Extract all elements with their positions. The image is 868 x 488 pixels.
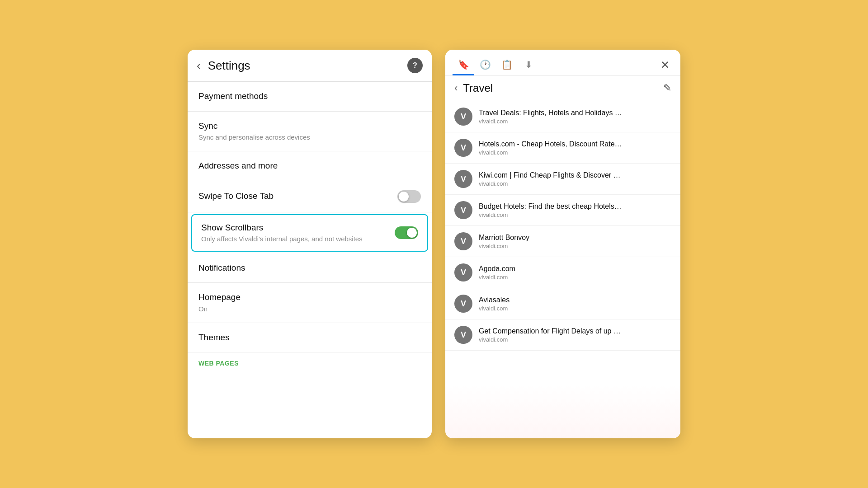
settings-item-sync[interactable]: Sync Sync and personalise across devices	[188, 112, 432, 151]
sync-title: Sync	[198, 121, 421, 132]
bookmark-avatar: V	[454, 201, 472, 219]
bookmark-item-flight-compensation[interactable]: V Get Compensation for Flight Delays of …	[445, 319, 680, 351]
bookmark-avatar: V	[454, 326, 472, 344]
bookmarks-back-button[interactable]: ‹	[454, 82, 458, 94]
settings-title: Settings	[208, 59, 407, 73]
settings-item-show-scrollbars[interactable]: Show Scrollbars Only affects Vivaldi's i…	[191, 214, 428, 252]
bookmark-name: Travel Deals: Flights, Hotels and Holida…	[479, 109, 671, 117]
notifications-title: Notifications	[198, 263, 421, 274]
homepage-title: Homepage	[198, 292, 421, 303]
bookmark-item-kiwi[interactable]: V Kiwi.com | Find Cheap Flights & Discov…	[445, 164, 680, 195]
show-scrollbars-title: Show Scrollbars	[201, 222, 395, 234]
bookmark-url: vivaldi.com	[479, 211, 671, 218]
bookmark-name: Kiwi.com | Find Cheap Flights & Discover…	[479, 171, 671, 179]
payment-methods-title: Payment methods	[198, 91, 421, 102]
settings-item-swipe-to-close[interactable]: Swipe To Close Tab	[188, 181, 432, 212]
bookmarks-folder-title: Travel	[463, 82, 663, 94]
bookmark-avatar: V	[454, 108, 472, 126]
bookmark-url: vivaldi.com	[479, 336, 671, 343]
bookmark-item-marriott[interactable]: V Marriott Bonvoy vivaldi.com	[445, 226, 680, 257]
tab-notes[interactable]: 📋	[496, 56, 518, 75]
bookmarks-panel: 🔖 🕐 📋 ⬇ ✕ ‹ Travel ✎ V Travel Deals: Fli…	[445, 50, 680, 438]
addresses-title: Addresses and more	[198, 160, 421, 172]
bookmark-item-budget-hotels[interactable]: V Budget Hotels: Find the best cheap Hot…	[445, 195, 680, 226]
bookmark-item-aviasales[interactable]: V Aviasales vivaldi.com	[445, 288, 680, 319]
tab-history[interactable]: 🕐	[474, 56, 496, 75]
bookmark-url: vivaldi.com	[479, 118, 671, 125]
settings-list: Payment methods Sync Sync and personalis…	[188, 82, 432, 438]
bookmark-url: vivaldi.com	[479, 243, 671, 249]
settings-item-addresses[interactable]: Addresses and more	[188, 151, 432, 181]
bookmark-url: vivaldi.com	[479, 180, 671, 187]
homepage-subtitle: On	[198, 305, 421, 314]
bookmarks-tabs-bar: 🔖 🕐 📋 ⬇ ✕	[445, 50, 680, 75]
bookmark-avatar: V	[454, 295, 472, 313]
web-pages-section-label: WEB PAGES	[188, 352, 432, 371]
settings-panel: ‹ Settings ? Payment methods Sync Sync a…	[188, 50, 432, 438]
bookmark-name: Budget Hotels: Find the best cheap Hotel…	[479, 202, 671, 211]
settings-item-notifications[interactable]: Notifications	[188, 253, 432, 283]
bookmark-avatar: V	[454, 170, 472, 188]
bookmark-name: Aviasales	[479, 296, 671, 304]
settings-help-button[interactable]: ?	[407, 58, 423, 73]
bookmarks-close-button[interactable]: ✕	[657, 55, 673, 75]
sync-subtitle: Sync and personalise across devices	[198, 133, 421, 142]
show-scrollbars-toggle[interactable]	[395, 226, 418, 239]
settings-back-button[interactable]: ‹	[197, 60, 201, 71]
tab-bookmarks[interactable]: 🔖	[453, 56, 474, 75]
bookmark-name: Get Compensation for Flight Delays of up…	[479, 327, 671, 335]
bookmark-url: vivaldi.com	[479, 305, 671, 312]
bookmark-name: Agoda.com	[479, 265, 671, 273]
bookmarks-list: V Travel Deals: Flights, Hotels and Holi…	[445, 101, 680, 438]
settings-item-homepage[interactable]: Homepage On	[188, 283, 432, 323]
settings-item-payment-methods[interactable]: Payment methods	[188, 82, 432, 112]
bookmark-item-travel-deals[interactable]: V Travel Deals: Flights, Hotels and Holi…	[445, 101, 680, 132]
tab-downloads[interactable]: ⬇	[518, 56, 539, 75]
bookmark-avatar: V	[454, 139, 472, 157]
bookmarks-edit-button[interactable]: ✎	[663, 82, 671, 94]
bookmark-avatar: V	[454, 263, 472, 282]
settings-item-themes[interactable]: Themes	[188, 323, 432, 353]
background: ‹ Settings ? Payment methods Sync Sync a…	[0, 0, 868, 488]
bookmark-name: Hotels.com - Cheap Hotels, Discount Rate…	[479, 140, 671, 148]
bookmark-name: Marriott Bonvoy	[479, 234, 671, 242]
show-scrollbars-subtitle: Only affects Vivaldi's internal pages, a…	[201, 235, 395, 244]
swipe-to-close-title: Swipe To Close Tab	[198, 191, 397, 202]
bookmark-item-hotels-com[interactable]: V Hotels.com - Cheap Hotels, Discount Ra…	[445, 132, 680, 164]
bookmark-avatar: V	[454, 232, 472, 250]
bookmark-item-agoda[interactable]: V Agoda.com vivaldi.com	[445, 257, 680, 288]
bookmark-url: vivaldi.com	[479, 149, 671, 156]
bookmark-url: vivaldi.com	[479, 274, 671, 281]
themes-title: Themes	[198, 332, 421, 343]
swipe-to-close-toggle[interactable]	[397, 190, 421, 203]
settings-header: ‹ Settings ?	[188, 50, 432, 82]
bookmarks-folder-header: ‹ Travel ✎	[445, 75, 680, 101]
